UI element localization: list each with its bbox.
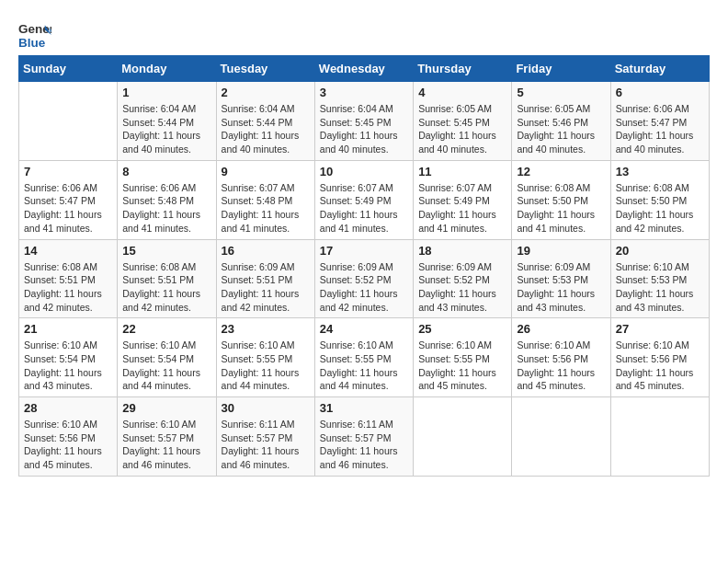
weekday-header-thursday: Thursday [414,56,512,82]
day-info: Sunrise: 6:08 AMSunset: 5:50 PMDaylight:… [517,181,605,236]
weekday-header-saturday: Saturday [610,56,709,82]
day-number: 8 [122,165,210,178]
day-info: Sunrise: 6:08 AMSunset: 5:51 PMDaylight:… [122,260,210,315]
day-number: 25 [418,322,506,336]
day-number: 9 [222,165,310,178]
calendar-cell: 29Sunrise: 6:10 AMSunset: 5:57 PMDayligh… [118,397,216,477]
calendar-cell: 6Sunrise: 6:06 AMSunset: 5:47 PMDaylight… [610,82,709,161]
calendar-cell [512,397,610,477]
day-info: Sunrise: 6:11 AMSunset: 5:57 PMDaylight:… [320,418,408,472]
day-info: Sunrise: 6:10 AMSunset: 5:55 PMDaylight:… [320,339,408,393]
day-info: Sunrise: 6:04 AMSunset: 5:45 PMDaylight:… [320,102,408,156]
weekday-header-sunday: Sunday [19,56,118,82]
day-number: 27 [616,322,704,336]
svg-text:Blue: Blue [18,36,46,50]
day-number: 23 [222,322,310,336]
day-number: 10 [320,165,408,178]
day-number: 17 [320,244,408,258]
calendar-cell: 21Sunrise: 6:10 AMSunset: 5:54 PMDayligh… [19,318,118,397]
day-number: 5 [517,86,605,99]
calendar-cell [19,82,118,161]
calendar-cell: 27Sunrise: 6:10 AMSunset: 5:56 PMDayligh… [610,318,709,397]
day-info: Sunrise: 6:06 AMSunset: 5:47 PMDaylight:… [616,102,704,156]
day-info: Sunrise: 6:04 AMSunset: 5:44 PMDaylight:… [122,102,210,156]
calendar-cell: 8Sunrise: 6:06 AMSunset: 5:48 PMDaylight… [118,160,216,239]
calendar-cell: 17Sunrise: 6:09 AMSunset: 5:52 PMDayligh… [314,239,413,318]
day-info: Sunrise: 6:07 AMSunset: 5:49 PMDaylight:… [320,181,408,236]
day-info: Sunrise: 6:10 AMSunset: 5:53 PMDaylight:… [616,260,704,315]
day-number: 18 [418,244,506,258]
day-number: 1 [122,86,210,99]
day-info: Sunrise: 6:05 AMSunset: 5:45 PMDaylight:… [418,102,506,156]
day-number: 19 [517,244,605,258]
calendar-table: SundayMondayTuesdayWednesdayThursdayFrid… [18,55,710,477]
day-number: 30 [222,401,310,415]
day-info: Sunrise: 6:10 AMSunset: 5:56 PMDaylight:… [616,339,704,393]
weekday-header-tuesday: Tuesday [216,56,314,82]
calendar-cell: 18Sunrise: 6:09 AMSunset: 5:52 PMDayligh… [414,239,512,318]
day-number: 3 [320,86,408,99]
day-info: Sunrise: 6:07 AMSunset: 5:48 PMDaylight:… [222,181,310,236]
calendar-cell: 22Sunrise: 6:10 AMSunset: 5:54 PMDayligh… [118,318,216,397]
weekday-header-friday: Friday [512,56,610,82]
day-number: 16 [222,244,310,258]
calendar-cell: 3Sunrise: 6:04 AMSunset: 5:45 PMDaylight… [314,82,413,161]
day-number: 15 [122,244,210,258]
calendar-week-1: 7Sunrise: 6:06 AMSunset: 5:47 PMDaylight… [19,160,710,239]
day-info: Sunrise: 6:09 AMSunset: 5:53 PMDaylight:… [517,260,605,315]
day-info: Sunrise: 6:07 AMSunset: 5:49 PMDaylight:… [418,181,506,236]
day-number: 21 [24,322,112,336]
day-info: Sunrise: 6:05 AMSunset: 5:46 PMDaylight:… [517,102,605,156]
day-number: 22 [122,322,210,336]
calendar-cell [610,397,709,477]
calendar-cell: 7Sunrise: 6:06 AMSunset: 5:47 PMDaylight… [19,160,118,239]
calendar-cell: 4Sunrise: 6:05 AMSunset: 5:45 PMDaylight… [414,82,512,161]
calendar-cell: 23Sunrise: 6:10 AMSunset: 5:55 PMDayligh… [216,318,314,397]
day-number: 29 [122,401,210,415]
day-number: 31 [320,401,408,415]
logo-icon: General Blue [18,18,51,52]
calendar-cell: 25Sunrise: 6:10 AMSunset: 5:55 PMDayligh… [414,318,512,397]
calendar-cell: 1Sunrise: 6:04 AMSunset: 5:44 PMDaylight… [118,82,216,161]
day-number: 2 [222,86,310,99]
calendar-cell: 19Sunrise: 6:09 AMSunset: 5:53 PMDayligh… [512,239,610,318]
day-number: 24 [320,322,408,336]
calendar-cell: 31Sunrise: 6:11 AMSunset: 5:57 PMDayligh… [314,397,413,477]
day-info: Sunrise: 6:10 AMSunset: 5:56 PMDaylight:… [24,418,112,472]
day-info: Sunrise: 6:04 AMSunset: 5:44 PMDaylight:… [222,102,310,156]
calendar-cell [414,397,512,477]
day-info: Sunrise: 6:10 AMSunset: 5:54 PMDaylight:… [24,339,112,393]
calendar-cell: 9Sunrise: 6:07 AMSunset: 5:48 PMDaylight… [216,160,314,239]
calendar-cell: 26Sunrise: 6:10 AMSunset: 5:56 PMDayligh… [512,318,610,397]
calendar-cell: 10Sunrise: 6:07 AMSunset: 5:49 PMDayligh… [314,160,413,239]
calendar-cell: 11Sunrise: 6:07 AMSunset: 5:49 PMDayligh… [414,160,512,239]
calendar-cell: 5Sunrise: 6:05 AMSunset: 5:46 PMDaylight… [512,82,610,161]
day-info: Sunrise: 6:10 AMSunset: 5:57 PMDaylight:… [122,418,210,472]
calendar-week-4: 28Sunrise: 6:10 AMSunset: 5:56 PMDayligh… [19,397,710,477]
day-info: Sunrise: 6:06 AMSunset: 5:47 PMDaylight:… [24,181,112,236]
calendar-cell: 13Sunrise: 6:08 AMSunset: 5:50 PMDayligh… [610,160,709,239]
day-number: 11 [418,165,506,178]
calendar-cell: 14Sunrise: 6:08 AMSunset: 5:51 PMDayligh… [19,239,118,318]
day-number: 14 [24,244,112,258]
calendar-cell: 24Sunrise: 6:10 AMSunset: 5:55 PMDayligh… [314,318,413,397]
calendar-cell: 2Sunrise: 6:04 AMSunset: 5:44 PMDaylight… [216,82,314,161]
calendar-cell: 30Sunrise: 6:11 AMSunset: 5:57 PMDayligh… [216,397,314,477]
day-info: Sunrise: 6:08 AMSunset: 5:50 PMDaylight:… [616,181,704,236]
weekday-header-monday: Monday [118,56,216,82]
day-info: Sunrise: 6:10 AMSunset: 5:55 PMDaylight:… [222,339,310,393]
day-number: 20 [616,244,704,258]
calendar-cell: 20Sunrise: 6:10 AMSunset: 5:53 PMDayligh… [610,239,709,318]
day-info: Sunrise: 6:06 AMSunset: 5:48 PMDaylight:… [122,181,210,236]
calendar-cell: 16Sunrise: 6:09 AMSunset: 5:51 PMDayligh… [216,239,314,318]
calendar-week-3: 21Sunrise: 6:10 AMSunset: 5:54 PMDayligh… [19,318,710,397]
day-number: 4 [418,86,506,99]
day-info: Sunrise: 6:09 AMSunset: 5:52 PMDaylight:… [418,260,506,315]
day-info: Sunrise: 6:11 AMSunset: 5:57 PMDaylight:… [222,418,310,472]
calendar-week-0: 1Sunrise: 6:04 AMSunset: 5:44 PMDaylight… [19,82,710,161]
day-number: 6 [616,86,704,99]
calendar-cell: 15Sunrise: 6:08 AMSunset: 5:51 PMDayligh… [118,239,216,318]
day-info: Sunrise: 6:08 AMSunset: 5:51 PMDaylight:… [24,260,112,315]
day-number: 26 [517,322,605,336]
weekday-header-wednesday: Wednesday [314,56,413,82]
